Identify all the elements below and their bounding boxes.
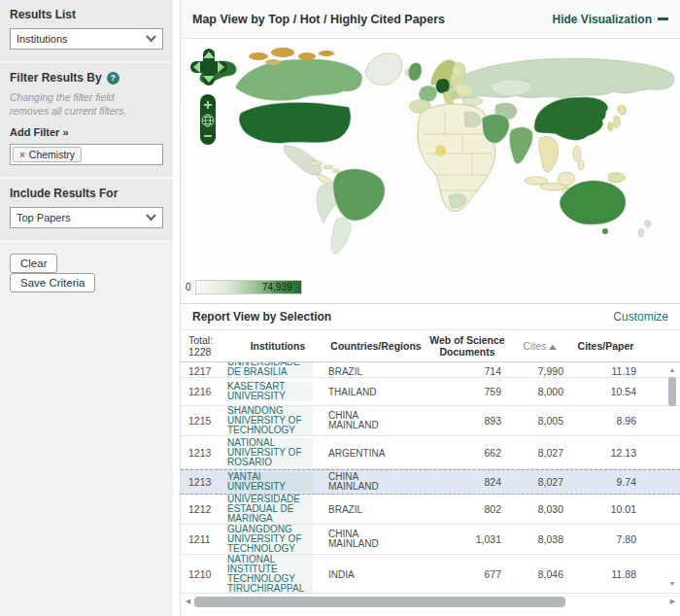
total-label: Total: bbox=[188, 334, 213, 346]
map-region-canada[interactable] bbox=[235, 59, 362, 101]
institution-cell: UNIVERSIDADE ESTADUAL DE MARINGA bbox=[227, 495, 328, 524]
clear-button[interactable]: Clear bbox=[10, 254, 57, 273]
map-region-russia[interactable] bbox=[445, 58, 674, 99]
institution-link[interactable]: NATIONAL UNIVERSITY OF ROSARIO bbox=[227, 438, 313, 467]
vertical-scrollbar[interactable]: ▲ ▼ bbox=[666, 365, 678, 589]
table-row[interactable]: 1216 KASETSART UNIVERSITY THAILAND 759 8… bbox=[181, 378, 680, 406]
scroll-down-icon[interactable]: ▼ bbox=[669, 579, 676, 589]
scroll-up-icon[interactable]: ▲ bbox=[669, 365, 676, 375]
cites-cell: 8,027 bbox=[511, 476, 569, 488]
documents-cell: 677 bbox=[424, 568, 511, 580]
map-zoom-control[interactable] bbox=[199, 93, 217, 146]
institution-cell: UNIVERSIDADE DE BRASILIA bbox=[227, 362, 328, 377]
map-region-brazil[interactable] bbox=[333, 169, 385, 221]
map-region-greenland[interactable] bbox=[365, 53, 402, 86]
institution-link[interactable]: NATIONAL INSTITUTE TECHNOLOGY TIRUCHIRAP… bbox=[227, 555, 313, 594]
column-header-countries[interactable]: Countries/Regions bbox=[328, 340, 424, 352]
customize-link[interactable]: Customize bbox=[613, 310, 668, 324]
table-row[interactable]: 1217 UNIVERSIDADE DE BRASILIA BRAZIL 714… bbox=[181, 362, 680, 378]
filter-note-line2: removes all current filters. bbox=[10, 105, 126, 117]
sidebar: Results List Institutions Filter Results… bbox=[0, 0, 173, 616]
filter-heading-label: Filter Results By bbox=[10, 71, 102, 85]
cites-cell: 8,005 bbox=[511, 415, 569, 427]
map-region-new-zealand[interactable] bbox=[638, 221, 650, 237]
vertical-scroll-track[interactable] bbox=[667, 375, 677, 579]
cites-cell: 8,027 bbox=[511, 447, 569, 459]
country-cell: BRAZIL bbox=[328, 362, 424, 377]
help-icon[interactable]: ? bbox=[107, 72, 119, 85]
map-region-tasmania[interactable] bbox=[602, 228, 608, 234]
report-view-header: Report View by Selection Customize bbox=[181, 303, 680, 330]
institution-link[interactable]: KASETSART UNIVERSITY bbox=[227, 382, 313, 401]
table-row[interactable]: 1215 SHANDONG UNIVERSITY OF TECHNOLOGY C… bbox=[181, 406, 680, 436]
world-choropleth-map[interactable] bbox=[181, 45, 680, 288]
save-criteria-button[interactable]: Save Criteria bbox=[10, 273, 95, 292]
cites-per-paper-cell: 11.19 bbox=[569, 362, 642, 377]
institution-link[interactable]: GUANGDONG UNIVERSITY OF TECHNOLOGY bbox=[227, 525, 313, 554]
vertical-scroll-thumb[interactable] bbox=[668, 377, 676, 406]
cites-per-paper-cell: 11.88 bbox=[569, 568, 642, 580]
institution-link[interactable]: UNIVERSIDADE DE BRASILIA bbox=[227, 362, 313, 377]
results-table: Total: 1228 Institutions Countries/Regio… bbox=[181, 330, 680, 609]
results-list-dropdown[interactable]: Institutions bbox=[10, 28, 163, 50]
cites-cell: 8,000 bbox=[511, 386, 569, 397]
map-region-france[interactable] bbox=[419, 86, 437, 102]
map-region-indochina[interactable] bbox=[539, 136, 559, 172]
cites-per-paper-cell: 12.13 bbox=[569, 447, 642, 459]
map-pan-control[interactable] bbox=[190, 49, 227, 86]
add-filter-link[interactable]: Add Filter » bbox=[10, 126, 69, 138]
scroll-left-icon[interactable]: ◀ bbox=[184, 598, 192, 605]
column-header-institutions[interactable]: Institutions bbox=[227, 340, 328, 352]
filter-tag-chemistry[interactable]: × Chemistry bbox=[13, 147, 82, 162]
table-row[interactable]: 1213 NATIONAL UNIVERSITY OF ROSARIO ARGE… bbox=[181, 436, 680, 469]
institution-link[interactable]: UNIVERSIDADE ESTADUAL DE MARINGA bbox=[227, 495, 313, 524]
rank-cell: 1215 bbox=[188, 415, 227, 427]
hide-visualization-label: Hide Visualization bbox=[553, 13, 652, 26]
documents-cell: 759 bbox=[424, 386, 511, 397]
column-header-cites[interactable]: Cites bbox=[511, 340, 569, 352]
map-region-new-guinea[interactable] bbox=[608, 173, 626, 183]
map-region-uk[interactable] bbox=[408, 62, 422, 81]
map-region-china[interactable] bbox=[534, 97, 608, 141]
table-row-selected[interactable]: 1213 YANTAI UNIVERSITY CHINA MAINLAND 82… bbox=[181, 469, 680, 495]
map-region-argentina[interactable] bbox=[331, 218, 351, 253]
institution-link[interactable]: SHANDONG UNIVERSITY OF TECHNOLOGY bbox=[227, 406, 313, 435]
documents-cell: 802 bbox=[424, 503, 511, 515]
report-view-title: Report View by Selection bbox=[192, 310, 331, 324]
map-region-usa[interactable] bbox=[239, 102, 351, 143]
horizontal-scroll-track[interactable] bbox=[192, 597, 668, 607]
map-region-india[interactable] bbox=[509, 127, 532, 164]
institution-cell: NATIONAL INSTITUTE TECHNOLOGY TIRUCHIRAP… bbox=[227, 555, 328, 594]
table-row[interactable]: 1212 UNIVERSIDADE ESTADUAL DE MARINGA BR… bbox=[181, 495, 680, 525]
filter-tag-label: Chemistry bbox=[29, 149, 75, 160]
sort-ascending-icon bbox=[549, 345, 557, 350]
map-region-japan[interactable] bbox=[613, 105, 626, 127]
total-count: Total: 1228 bbox=[188, 334, 227, 358]
table-row[interactable]: 1210 NATIONAL INSTITUTE TECHNOLOGY TIRUC… bbox=[181, 555, 680, 594]
cites-per-paper-cell: 10.54 bbox=[569, 386, 642, 397]
documents-cell: 714 bbox=[424, 362, 511, 377]
remove-tag-icon[interactable]: × bbox=[19, 150, 25, 160]
institution-cell: NATIONAL UNIVERSITY OF ROSARIO bbox=[227, 438, 328, 467]
active-filters-box: × Chemistry bbox=[10, 144, 163, 165]
map-region-korea[interactable] bbox=[607, 121, 613, 131]
horizontal-scroll-thumb[interactable] bbox=[194, 597, 565, 607]
scroll-right-icon[interactable]: ▶ bbox=[668, 598, 677, 605]
sidebar-actions: Clear Save Criteria bbox=[0, 242, 173, 304]
include-results-selected-value: Top Papers bbox=[17, 212, 146, 223]
include-results-dropdown[interactable]: Top Papers bbox=[10, 207, 163, 228]
cites-per-paper-cell: 8.96 bbox=[569, 415, 642, 427]
table-row[interactable]: 1211 GUANGDONG UNIVERSITY OF TECHNOLOGY … bbox=[181, 525, 680, 555]
map-region-germany[interactable] bbox=[435, 79, 450, 94]
bottom-gap bbox=[181, 609, 680, 616]
cites-cell: 8,038 bbox=[511, 533, 569, 545]
hide-visualization-link[interactable]: Hide Visualization bbox=[553, 13, 668, 26]
map-region-australia[interactable] bbox=[560, 181, 626, 225]
column-header-cites-per-paper[interactable]: Cites/Paper bbox=[569, 340, 642, 352]
include-results-section: Include Results For Top Papers bbox=[0, 179, 173, 242]
column-header-documents[interactable]: Web of Science Documents bbox=[424, 334, 511, 358]
map-region-mexico[interactable] bbox=[284, 146, 322, 175]
institution-link[interactable]: YANTAI UNIVERSITY bbox=[227, 472, 313, 492]
horizontal-scrollbar[interactable]: ◀ ▶ bbox=[181, 594, 680, 609]
map-visualization: 0 74,939 bbox=[181, 39, 680, 303]
